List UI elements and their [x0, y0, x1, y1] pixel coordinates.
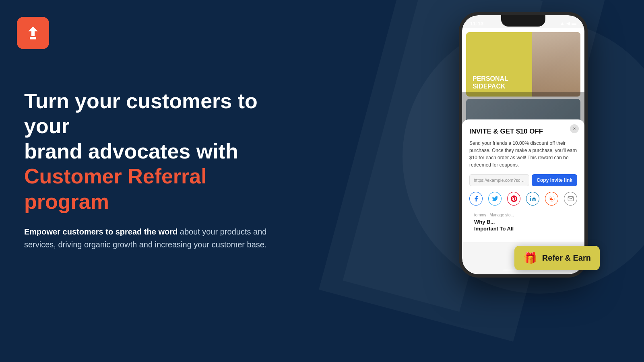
refer-earn-label: Refer & Earn [542, 253, 591, 263]
email-share-icon[interactable] [564, 192, 577, 206]
modal-title: INVITE & GET $10 OFF [469, 128, 577, 136]
svg-rect-0 [30, 37, 36, 39]
product-label-line2: SIDEPACK [473, 82, 508, 90]
blog-title: Why B... Important To All [474, 219, 572, 232]
invite-url-input[interactable]: https://example.com?sca_ref=12YUS16789 [469, 174, 529, 186]
invite-input-row: https://example.com?sca_ref=12YUS16789 C… [469, 174, 577, 186]
product-image [532, 32, 580, 97]
reddit-share-icon[interactable] [545, 192, 558, 206]
blog-title-line1: Why B... [474, 219, 495, 225]
copy-invite-button[interactable]: Copy invite link [532, 174, 577, 186]
blog-author: tommy · Manage sto... [474, 213, 572, 217]
subtext: Empower customers to spread the word abo… [24, 225, 282, 251]
signal-icon: ◀ [566, 21, 570, 26]
headline: Turn your customers to your brand advoca… [24, 88, 282, 214]
twitter-share-icon[interactable] [488, 192, 502, 206]
linkedin-share-icon[interactable] [526, 192, 539, 206]
status-bar: 11:13 ▲ ◀ ▬ [462, 18, 584, 29]
pinterest-share-icon[interactable] [507, 192, 520, 206]
modal-description: Send your friends a 10.00% discount off … [469, 140, 577, 169]
headline-line1: Turn your customers to your [24, 89, 258, 138]
svg-point-1 [530, 196, 531, 197]
gift-icon: 🎁 [523, 251, 537, 265]
product-card: PERSONAL SIDEPACK [466, 32, 580, 97]
refer-earn-badge[interactable]: 🎁 Refer & Earn [514, 246, 600, 270]
headline-highlight: Customer Referral program [24, 165, 207, 213]
logo[interactable] [17, 17, 49, 49]
product-label-line1: PERSONAL [473, 75, 508, 82]
social-icons-row [469, 192, 577, 206]
referral-modal: × INVITE & GET $10 OFF Send your friends… [462, 119, 584, 242]
battery-icon: ▬ [572, 21, 576, 26]
status-time: 11:13 [470, 21, 483, 27]
subtext-bold: Empower customers to spread the word [24, 227, 178, 236]
phone: 11:13 ▲ ◀ ▬ PERSONAL SIDEPACK [459, 12, 588, 278]
modal-close-button[interactable]: × [570, 124, 579, 133]
headline-line2: brand advocates with [24, 140, 238, 163]
left-content: Turn your customers to your brand advoca… [24, 88, 282, 251]
modal-overlay: × INVITE & GET $10 OFF Send your friends… [462, 92, 584, 242]
blog-title-line2: Important To All [474, 226, 514, 232]
facebook-share-icon[interactable] [469, 192, 483, 206]
blog-preview: tommy · Manage sto... Why B... Important… [469, 210, 577, 236]
status-icons: ▲ ◀ ▬ [560, 21, 576, 26]
phone-screen: 11:13 ▲ ◀ ▬ PERSONAL SIDEPACK [462, 15, 584, 274]
phone-wrapper: 11:13 ▲ ◀ ▬ PERSONAL SIDEPACK [459, 12, 596, 294]
wifi-icon: ▲ [560, 21, 565, 26]
